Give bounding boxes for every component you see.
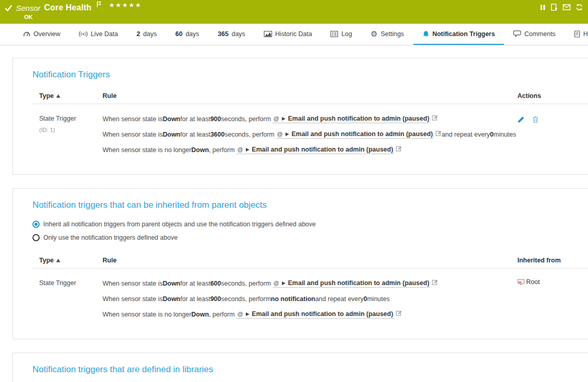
- play-icon: [245, 147, 250, 152]
- rule-text: for at least: [180, 115, 210, 123]
- edit-icon[interactable]: [517, 116, 525, 123]
- object-kind-label: Sensor: [16, 4, 41, 12]
- tab-number: 365: [218, 30, 229, 38]
- inherit-radio-option-1[interactable]: Inherit all notification triggers from p…: [32, 218, 588, 231]
- rule-value: 0: [363, 295, 367, 303]
- notification-link[interactable]: @Email and push notification to admin (p…: [236, 146, 394, 154]
- play-icon: [245, 312, 250, 317]
- edit-note-icon[interactable]: [432, 114, 438, 121]
- notification-link[interactable]: @Email and push notification to admin (p…: [273, 115, 431, 123]
- column-header-type[interactable]: Type: [32, 92, 103, 99]
- tab-historic-data[interactable]: Historic Data: [255, 24, 322, 45]
- rule-value: Down: [163, 115, 180, 123]
- play-icon: [281, 281, 286, 286]
- radio-selected-icon[interactable]: [32, 221, 40, 228]
- tab-label: days: [231, 30, 245, 38]
- tab-log[interactable]: Log: [321, 24, 361, 45]
- tab-2-days[interactable]: 2days: [127, 24, 166, 45]
- tab-label: Settings: [381, 30, 404, 38]
- library-triggers-section: Notification triggers that are defined i…: [12, 353, 588, 382]
- tab-label: days: [186, 30, 199, 38]
- trigger-type: State Trigger: [39, 279, 103, 287]
- inherit-radio-option-2[interactable]: Only use the notification triggers defin…: [32, 231, 588, 244]
- edit-note-icon[interactable]: [396, 145, 402, 152]
- rule-text: seconds, perform: [221, 295, 271, 303]
- email-icon[interactable]: [563, 4, 570, 10]
- inherit-radio-group: Inherit all notification triggers from p…: [32, 218, 588, 244]
- rule-text: seconds, perform: [221, 115, 271, 123]
- trigger-type-cell: State Trigger: [32, 276, 103, 322]
- trigger-rule: When sensor state is no longer Down, per…: [103, 142, 517, 158]
- at-icon: @: [237, 311, 243, 317]
- notification-link[interactable]: @Email and push notification to admin (p…: [276, 130, 434, 139]
- notification-name: Email and push notification to admin (pa…: [252, 310, 393, 318]
- gauge-icon: [23, 30, 30, 37]
- edit-note-icon[interactable]: [396, 310, 402, 316]
- rule-value: Down: [191, 146, 209, 154]
- sensor-name: Core Health: [44, 3, 92, 12]
- tab-label: History: [583, 30, 588, 38]
- tab-60-days[interactable]: 60days: [166, 24, 208, 45]
- notification-name: Email and push notification to admin (pa…: [252, 146, 393, 153]
- trigger-id: (ID: 1): [39, 127, 103, 133]
- tab-overview[interactable]: Overview: [14, 24, 70, 45]
- edit-note-icon[interactable]: [435, 130, 442, 136]
- historic-data-icon: [264, 31, 272, 37]
- priority-stars[interactable]: ★★★★★: [109, 2, 142, 9]
- section-title: Notification triggers that are defined i…: [32, 364, 588, 375]
- column-header-inherited-from: Inherited from: [517, 257, 588, 264]
- trigger-rule: When sensor state is Down for at least 9…: [103, 291, 517, 307]
- tab-number: 60: [175, 30, 182, 38]
- tab-notification-triggers[interactable]: Notification Triggers: [413, 24, 505, 45]
- rule-text: When sensor state is: [103, 115, 163, 123]
- rule-text: When sensor state is: [103, 295, 163, 303]
- notification-name: Email and push notification to admin (pa…: [288, 115, 429, 122]
- rule-text: for at least: [180, 280, 210, 287]
- column-header-rule: Rule: [103, 257, 517, 264]
- column-header-type[interactable]: Type: [32, 257, 103, 264]
- section-title: Notification triggers that can be inheri…: [32, 200, 588, 210]
- trigger-rules-cell: When sensor state is Down for at least 6…: [103, 276, 517, 322]
- at-icon: @: [277, 131, 283, 137]
- trigger-rule: When sensor state is Down for at least 6…: [103, 276, 517, 291]
- sensor-status-badge: OK: [24, 14, 33, 20]
- pause-icon[interactable]: [540, 4, 546, 11]
- tab-live-data[interactable]: Live Data: [70, 24, 127, 45]
- rule-text: , perform: [209, 311, 234, 318]
- trigger-actions-cell: [517, 111, 588, 158]
- section-title: Notification Triggers: [32, 70, 588, 80]
- flag-icon[interactable]: [96, 1, 102, 10]
- column-header-rule: Rule: [103, 92, 517, 99]
- add-report-icon[interactable]: [551, 4, 558, 11]
- trigger-type-cell: State Trigger(ID: 1): [32, 111, 103, 158]
- inherited-from-label: Root: [526, 278, 540, 286]
- trigger-type: State Trigger: [39, 115, 103, 122]
- log-icon: [330, 31, 338, 37]
- rule-text: seconds, perform: [225, 131, 275, 138]
- rule-value: no notification: [271, 295, 315, 303]
- tab-history[interactable]: History: [565, 24, 588, 45]
- radio-label: Only use the notification triggers defin…: [43, 234, 178, 241]
- edit-note-icon[interactable]: [432, 279, 438, 285]
- tab-label: Notification Triggers: [432, 30, 495, 38]
- trigger-rules-cell: When sensor state is Down for at least 9…: [103, 111, 517, 158]
- inherited-from-link[interactable]: Root: [517, 276, 588, 286]
- play-icon: [281, 117, 286, 121]
- rule-value: Down: [163, 295, 180, 303]
- tab-365-days[interactable]: 365days: [209, 24, 255, 45]
- tab-bar: OverviewLive Data2days60days365daysHisto…: [0, 24, 588, 45]
- radio-unselected-icon[interactable]: [32, 234, 40, 241]
- rule-text: for at least: [180, 131, 210, 138]
- tab-settings[interactable]: ⚙Settings: [361, 24, 413, 45]
- rule-value: 600: [210, 280, 221, 287]
- tab-comments[interactable]: Comments: [504, 24, 564, 45]
- rule-text: and repeat every: [442, 131, 490, 138]
- at-icon: @: [274, 115, 279, 122]
- rule-value: 900: [210, 115, 221, 123]
- delete-icon[interactable]: [532, 116, 539, 123]
- play-icon: [285, 132, 290, 137]
- notification-link[interactable]: @Email and push notification to admin (p…: [236, 310, 394, 319]
- trigger-row: State Trigger(ID: 1)When sensor state is…: [32, 111, 588, 158]
- refresh-icon[interactable]: [576, 4, 583, 11]
- notification-link[interactable]: @Email and push notification to admin (p…: [273, 279, 431, 288]
